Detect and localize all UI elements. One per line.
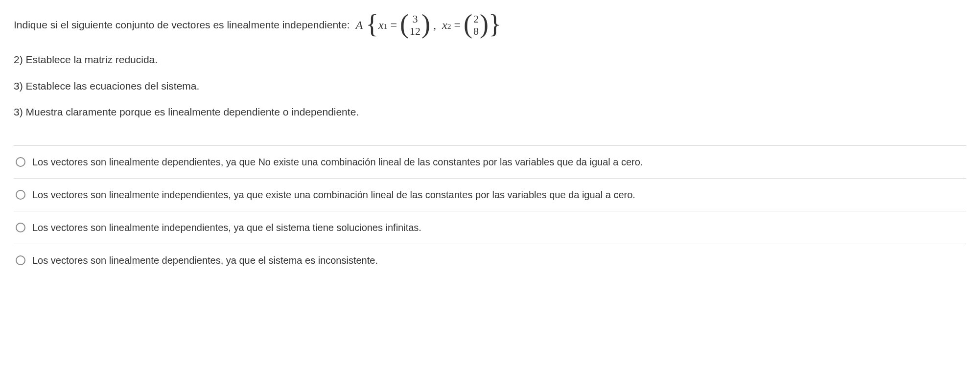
right-paren-icon: ) xyxy=(480,11,489,37)
question-stem: Indique si el siguiente conjunto de vect… xyxy=(14,12,966,38)
option-label: Los vectores son linealmente dependiente… xyxy=(32,253,378,268)
right-paren-icon: ) xyxy=(421,11,430,37)
equals-sign: = xyxy=(388,16,400,34)
question-lead-text: Indique si el siguiente conjunto de vect… xyxy=(14,17,350,33)
option-2[interactable]: Los vectores son linealmente independien… xyxy=(14,179,966,211)
vector1-column: 3 12 xyxy=(409,13,421,38)
left-brace-icon: { xyxy=(366,11,378,37)
right-brace-icon: } xyxy=(489,11,501,37)
option-label: Los vectores son linealmente independien… xyxy=(32,220,421,235)
equals-sign: = xyxy=(451,16,464,34)
vector2-top: 2 xyxy=(473,13,479,25)
option-label: Los vectores son linealmente independien… xyxy=(32,187,635,202)
vector2-bot: 8 xyxy=(473,25,479,37)
vector1-top: 3 xyxy=(413,13,418,25)
answer-options: Los vectores son linealmente dependiente… xyxy=(14,145,966,276)
vector1-variable: x xyxy=(378,16,384,34)
subquestion-3a: 3) Establece las ecuaciones del sistema. xyxy=(14,78,966,94)
option-3[interactable]: Los vectores son linealmente independien… xyxy=(14,211,966,244)
math-expression: A { x1 = ( 3 12 ) , x2 = ( 2 8 ) } xyxy=(352,12,501,38)
option-4[interactable]: Los vectores son linealmente dependiente… xyxy=(14,244,966,276)
left-paren-icon: ( xyxy=(400,11,409,37)
vector2-column: 2 8 xyxy=(472,13,480,38)
radio-icon[interactable] xyxy=(16,190,25,200)
vector1-subscript: 1 xyxy=(384,21,388,32)
vector2-subscript: 2 xyxy=(447,21,451,32)
subquestion-2: 2) Establece la matriz reducida. xyxy=(14,52,966,68)
subquestion-3b: 3) Muestra claramente porque es linealme… xyxy=(14,104,966,120)
vector1-bot: 12 xyxy=(410,25,420,37)
radio-icon[interactable] xyxy=(16,223,25,232)
radio-icon[interactable] xyxy=(16,157,25,167)
option-label: Los vectores son linealmente dependiente… xyxy=(32,155,643,169)
left-paren-icon: ( xyxy=(464,11,472,37)
vector2-variable: x xyxy=(442,16,447,34)
option-1[interactable]: Los vectores son linealmente dependiente… xyxy=(14,146,966,179)
radio-icon[interactable] xyxy=(16,255,25,265)
comma-separator: , xyxy=(430,16,442,34)
set-label: A xyxy=(355,16,363,34)
